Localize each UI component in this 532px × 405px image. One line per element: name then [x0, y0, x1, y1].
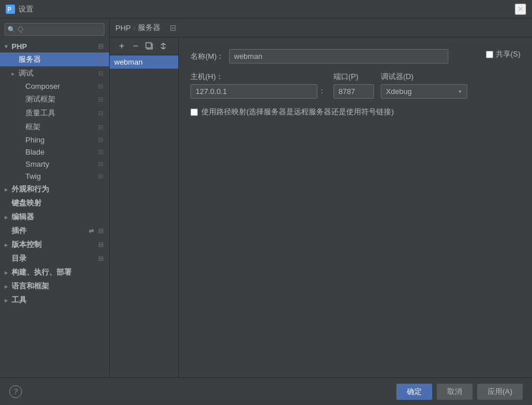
sidebar-item-label-editor: 编辑器: [12, 212, 104, 222]
toolbar: + −: [110, 38, 178, 55]
svg-text:P: P: [8, 6, 12, 13]
sidebar-item-label-debug: 调试: [18, 68, 95, 78]
breadcrumb-separator: ›: [133, 24, 136, 32]
apply-button[interactable]: 应用(A): [477, 384, 523, 400]
settings-icon-smarty: ⊟: [96, 160, 104, 168]
port-section: 端口(P): [334, 72, 374, 99]
add-server-button[interactable]: +: [115, 40, 128, 52]
move-server-button[interactable]: [157, 40, 170, 52]
move-icon: [159, 42, 167, 50]
sidebar-item-label-smarty: Smarty: [25, 160, 95, 168]
name-input[interactable]: [229, 49, 448, 63]
expand-arrow-tools: ▸: [5, 297, 12, 303]
sidebar-item-quality[interactable]: 质量工具 ⊟: [0, 106, 109, 120]
sidebar-item-dir[interactable]: 目录 ⊟: [0, 252, 109, 265]
sidebar-item-label-php: PHP: [12, 42, 95, 51]
sidebar-item-editor[interactable]: ▸ 编辑器: [0, 210, 109, 224]
cancel-button[interactable]: 取消: [437, 384, 473, 400]
right-panel: PHP › 服务器 ⊟ + −: [110, 18, 532, 377]
sidebar-item-php[interactable]: ▾ PHP ⊟: [0, 40, 109, 52]
breadcrumb-bar: PHP › 服务器 ⊟: [110, 18, 532, 38]
port-input[interactable]: [334, 84, 374, 99]
sidebar-item-lang[interactable]: ▸ 语言和框架: [0, 279, 109, 293]
server-list: webman: [110, 55, 178, 69]
sidebar-item-appearance[interactable]: ▸ 外观和行为: [0, 182, 109, 196]
sidebar-tree: ▾ PHP ⊟ 服务器 ⊟ ▸ 调试 ⊟ Composer ⊟: [0, 40, 109, 377]
server-item-label: webman: [114, 58, 143, 66]
breadcrumb-actions: ⊟: [167, 22, 179, 33]
bottom-bar: ? 确定 取消 应用(A): [0, 377, 532, 405]
server-item-webman[interactable]: webman: [110, 55, 178, 69]
sidebar-item-smarty[interactable]: Smarty ⊟: [0, 158, 109, 170]
expand-arrow-appearance: ▸: [5, 186, 12, 193]
sidebar-item-framework[interactable]: 框架 ⊟: [0, 120, 109, 134]
sidebar-item-label-test: 测试框架: [25, 94, 95, 104]
sidebar-item-label-blade: Blade: [25, 148, 95, 156]
remove-server-button[interactable]: −: [129, 40, 142, 52]
sidebar-item-vcs[interactable]: ▸ 版本控制 ⊟: [0, 238, 109, 252]
settings-icon-debug: ⊟: [96, 69, 104, 77]
sidebar-item-build[interactable]: ▸ 构建、执行、部署: [0, 265, 109, 279]
breadcrumb-php: PHP: [115, 24, 131, 32]
search-input[interactable]: [5, 23, 104, 36]
sidebar-item-label-tools: 工具: [12, 295, 104, 305]
sidebar-item-label-framework: 框架: [25, 122, 95, 132]
sidebar-item-composer[interactable]: Composer ⊟: [0, 80, 109, 92]
breadcrumb-action-btn[interactable]: ⊟: [167, 22, 179, 33]
app-icon: P: [6, 5, 15, 14]
sidebar-item-label-build: 构建、执行、部署: [12, 267, 104, 278]
sidebar-item-label-lang: 语言和框架: [12, 281, 104, 291]
port-label: 端口(P): [334, 72, 374, 82]
debugger-label: 调试器(D): [381, 72, 467, 82]
sidebar-item-debug[interactable]: ▸ 调试 ⊟: [0, 66, 109, 80]
sidebar-item-tools[interactable]: ▸ 工具: [0, 293, 109, 307]
host-port-debugger-row: 主机(H)： : 端口(P) 调试器(D) Xdebug Zend: [190, 72, 520, 99]
help-button[interactable]: ?: [9, 385, 22, 398]
sidebar-item-phing[interactable]: Phing ⊟: [0, 134, 109, 146]
host-input[interactable]: [190, 84, 317, 99]
server-list-panel: + −: [110, 38, 179, 377]
path-mapping-row: 使用路径映射(选择服务器是远程服务器还是使用符号链接): [190, 107, 520, 117]
sidebar-item-plugins[interactable]: 插件 ⇄ ⊟: [0, 224, 109, 238]
expand-arrow-debug: ▸: [12, 70, 18, 77]
settings-icon-php: ⊟: [96, 43, 104, 51]
settings-icon-test: ⊟: [96, 95, 104, 103]
settings-icon-plugins: ⇄: [87, 227, 95, 235]
breadcrumb-servers: 服务器: [138, 22, 160, 33]
close-button[interactable]: ×: [515, 3, 526, 15]
sidebar-item-label-servers: 服务器: [18, 54, 95, 65]
settings-icon-twig: ⊟: [96, 172, 104, 181]
settings-icon-quality: ⊟: [96, 109, 104, 117]
debugger-section: 调试器(D) Xdebug Zend Debugger: [381, 72, 467, 99]
title-bar: P 设置 ×: [0, 0, 532, 18]
window-title: 设置: [18, 4, 515, 14]
debugger-select[interactable]: Xdebug Zend Debugger: [381, 84, 467, 99]
shared-section: 共享(S): [486, 49, 520, 59]
copy-server-button[interactable]: [143, 40, 156, 52]
path-mapping-label: 使用路径映射(选择服务器是远程服务器还是使用符号链接): [201, 107, 394, 117]
settings-icon-phing: ⊟: [96, 136, 104, 144]
settings-icon-vcs: ⊟: [96, 241, 104, 249]
sidebar-item-servers[interactable]: 服务器 ⊟: [0, 52, 109, 66]
sidebar-item-blade[interactable]: Blade ⊟: [0, 146, 109, 158]
sidebar-item-test-framework[interactable]: 测试框架 ⊟: [0, 92, 109, 106]
ok-button[interactable]: 确定: [396, 384, 432, 400]
sidebar-item-label-phing: Phing: [25, 136, 95, 144]
sidebar-item-label-plugins: 插件: [12, 226, 86, 236]
search-icon: 🔍: [8, 26, 16, 33]
settings-icon2-plugins: ⊟: [96, 227, 104, 235]
sidebar-item-twig[interactable]: Twig ⊟: [0, 170, 109, 182]
name-row: 名称(M)：: [190, 49, 520, 63]
path-mapping-checkbox[interactable]: [190, 108, 198, 116]
sidebar-item-label-vcs: 版本控制: [12, 239, 95, 250]
settings-icon-blade: ⊟: [96, 148, 104, 156]
settings-icon-servers: ⊟: [96, 55, 104, 63]
shared-checkbox[interactable]: [486, 51, 493, 58]
sidebar-item-label-appearance: 外观和行为: [12, 184, 104, 194]
expand-arrow-php: ▾: [5, 43, 12, 50]
expand-arrow-vcs: ▸: [5, 242, 12, 248]
bottom-actions: 确定 取消 应用(A): [396, 384, 523, 400]
name-label: 名称(M)：: [190, 51, 224, 62]
sidebar-item-keymap[interactable]: 键盘映射: [0, 196, 109, 210]
expand-arrow-lang: ▸: [5, 283, 12, 290]
